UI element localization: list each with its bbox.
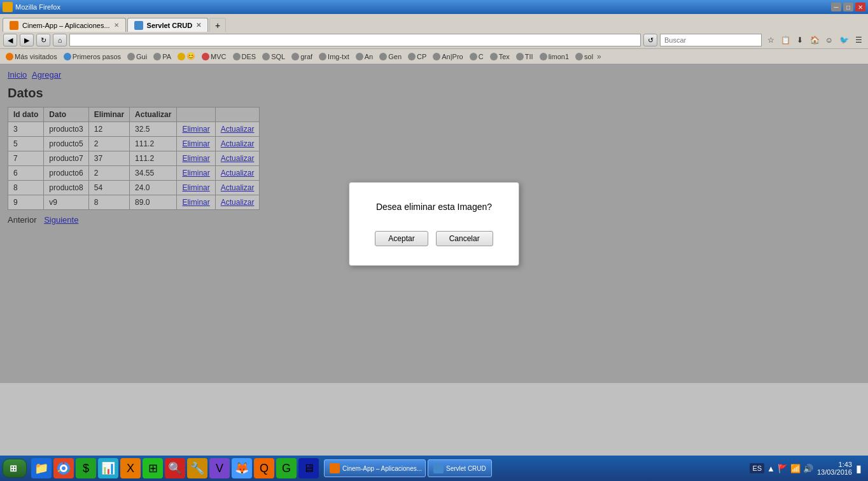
- modal-cancel-btn[interactable]: Cancelar: [436, 231, 493, 246]
- tab2-favicon: [134, 21, 143, 30]
- bookmark-icon-cp: [408, 53, 416, 60]
- bookmark-icon-graf: [291, 53, 299, 60]
- bookmark-icon-c: [470, 53, 477, 60]
- bookmark-icon-gui: [127, 53, 135, 60]
- bookmarks-more[interactable]: »: [597, 52, 601, 61]
- bookmark-icon-tii: [516, 53, 524, 60]
- tab1-favicon: [10, 21, 18, 30]
- refresh-btn[interactable]: ↺: [643, 34, 657, 46]
- download-icon[interactable]: ⬇: [794, 34, 806, 46]
- bookmark-mvc[interactable]: MVC: [199, 52, 228, 61]
- reading-list-icon[interactable]: 📋: [779, 34, 792, 46]
- title-bar: Mozilla Firefox ─ □ ✕: [0, 0, 868, 14]
- bookmark-icon-primeros-pasos: [64, 53, 71, 60]
- bookmark-sol[interactable]: sol: [573, 52, 596, 61]
- search-input[interactable]: [660, 34, 762, 46]
- bookmark-gui[interactable]: Gui: [125, 52, 150, 61]
- close-btn[interactable]: ✕: [855, 3, 865, 11]
- modal-overlay: Desea eliminar esta Imagen? Aceptar Canc…: [0, 65, 868, 383]
- bookmark-icon-sol: [575, 53, 583, 60]
- bookmark-icon-tex: [490, 53, 498, 60]
- bookmark-smiley[interactable]: 😊: [175, 52, 198, 61]
- bookmark-img-txt[interactable]: Img-txt: [316, 52, 352, 61]
- minimize-btn[interactable]: ─: [831, 3, 841, 11]
- tab2-close[interactable]: ✕: [196, 22, 201, 29]
- bookmark-icon-an: [356, 53, 363, 60]
- bookmark-icon-sql: [262, 53, 270, 60]
- tab1-label: Cinem-App – Aplicaciones...: [22, 22, 110, 29]
- bookmark-cp[interactable]: CP: [405, 52, 429, 61]
- maximize-btn[interactable]: □: [843, 3, 853, 11]
- bookmark-graf[interactable]: graf: [289, 52, 315, 61]
- bookmark-pa[interactable]: PA: [151, 52, 174, 61]
- smiley-icon[interactable]: ☺: [823, 34, 836, 46]
- bookmark-icon-gen: [379, 53, 387, 60]
- bookmark-icon-mas-visitados: [6, 53, 13, 60]
- modal-buttons: Aceptar Cancelar: [375, 231, 493, 246]
- bookmark-des[interactable]: DES: [230, 52, 259, 61]
- modal-dialog: Desea eliminar esta Imagen? Aceptar Canc…: [349, 182, 519, 266]
- tab-1[interactable]: Cinem-App – Aplicaciones... ✕: [3, 18, 126, 32]
- bookmark-mas-visitados[interactable]: Más visitados: [3, 52, 60, 61]
- menu-icon[interactable]: ☰: [852, 34, 865, 46]
- forward-btn[interactable]: ▶: [20, 34, 34, 46]
- bookmark-c[interactable]: C: [467, 52, 486, 61]
- nav-icons: ☆ 📋 ⬇ 🏠 ☺ 🐦 ☰: [764, 34, 865, 46]
- tab2-label: Servlet CRUD: [147, 22, 193, 29]
- bookmark-primeros-pasos[interactable]: Primeros pasos: [61, 52, 123, 61]
- bookmark-icon-anpro: [433, 53, 440, 60]
- home-btn[interactable]: ⌂: [53, 34, 67, 46]
- tab1-close[interactable]: ✕: [114, 22, 119, 29]
- page-content: Inicio Agregar Datos Id dato Dato Elimin…: [0, 65, 868, 383]
- bookmark-icon-smiley: [178, 53, 185, 60]
- bookmark-tii[interactable]: TII: [514, 52, 536, 61]
- title-text: Mozilla Firefox: [15, 3, 829, 11]
- bookmark-sql[interactable]: SQL: [260, 52, 288, 61]
- bookmark-an[interactable]: An: [353, 52, 375, 61]
- bookmark-icon-mvc: [202, 53, 209, 60]
- bookmark-anpro[interactable]: An|Pro: [430, 52, 465, 61]
- browser-chrome: Mozilla Firefox ─ □ ✕ Cinem-App – Aplica…: [0, 0, 868, 65]
- nav-bar: ◀ ▶ ↻ ⌂ localhost:8080/AppWebProducto/Cr…: [0, 32, 868, 49]
- social-icon[interactable]: 🐦: [837, 34, 850, 46]
- tab-bar: Cinem-App – Aplicaciones... ✕ Servlet CR…: [0, 14, 868, 32]
- bookmark-icon-limon1: [540, 53, 547, 60]
- bookmark-icon-img-txt: [319, 53, 326, 60]
- modal-accept-btn[interactable]: Aceptar: [375, 231, 428, 246]
- bookmark-tex[interactable]: Tex: [487, 52, 512, 61]
- new-tab-btn[interactable]: +: [209, 18, 226, 32]
- tab-2[interactable]: Servlet CRUD ✕: [127, 18, 209, 32]
- bookmarks-bar: Más visitados Primeros pasos Gui PA 😊 MV…: [0, 49, 868, 64]
- browser-icon: [3, 2, 13, 12]
- bookmark-limon1[interactable]: limon1: [537, 52, 571, 61]
- bookmark-gen[interactable]: Gen: [377, 52, 404, 61]
- bookmark-icon-pa: [153, 53, 161, 60]
- address-bar[interactable]: localhost:8080/AppWebProducto/Crud?pagin…: [69, 34, 641, 46]
- reload-btn[interactable]: ↻: [36, 34, 50, 46]
- modal-message: Desea eliminar esta Imagen?: [376, 202, 492, 212]
- bookmark-icon-des: [233, 53, 241, 60]
- bookmark-star-icon[interactable]: ☆: [764, 34, 777, 46]
- home-nav-icon[interactable]: 🏠: [808, 34, 821, 46]
- back-btn[interactable]: ◀: [3, 34, 17, 46]
